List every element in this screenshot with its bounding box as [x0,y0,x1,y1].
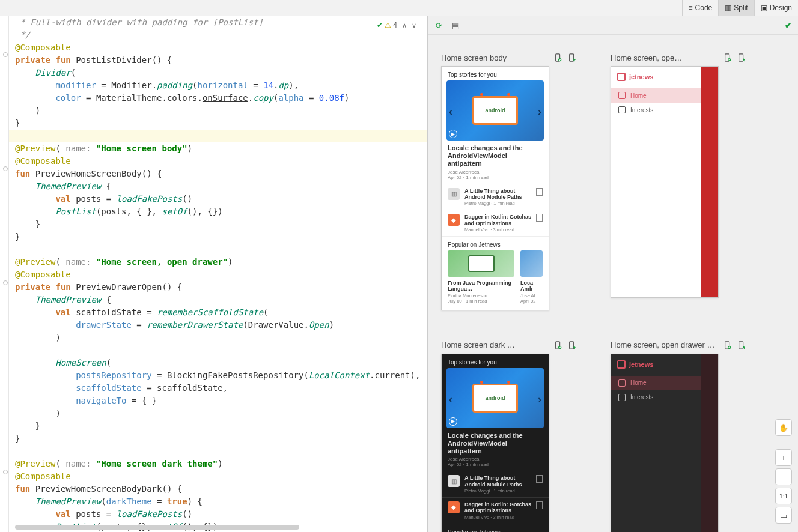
view-design-label: Design [770,4,792,12]
bookmark-icon[interactable] [536,188,543,196]
drawer-item-label: Interests [630,107,653,113]
article-thumb-icon: ◆ [448,214,460,226]
article-thumb-icon: ◆ [448,501,460,513]
article-row[interactable]: ◆Dagger in Kotlin: Gotchas and Optimizat… [442,497,549,524]
article-row[interactable]: ▥A Little Thing about Android Module Pat… [442,471,549,497]
pan-tool-button[interactable]: ✋ [775,419,792,436]
inspection-widget[interactable]: ✔︎ ⚠︎ 4 ∧ ∨ [374,20,419,31]
gutter[interactable] [0,16,9,532]
editor-view-toolbar: ≡ Code ▥ Split ▣ Design [0,0,798,16]
view-design-button[interactable]: ▣ Design [754,0,798,16]
refresh-icon[interactable]: ⟳ [434,20,443,30]
navigation-drawer: jetnewsHomeInterests [611,354,701,532]
svg-rect-5 [739,54,743,61]
drawer-header: jetnews [611,354,701,376]
zoom-controls: + − 1:1 ▭ [775,449,792,524]
next-highlight-button[interactable]: ∨ [412,22,416,29]
interactive-preview-icon[interactable] [737,53,746,62]
deploy-to-device-icon[interactable] [723,53,733,62]
article-meta: Pietro Maggi · 1 min read [464,488,531,494]
preview-surface[interactable]: jetnewsHomeInterests [611,66,719,298]
hero-image[interactable]: ‹android›▶ [446,80,544,141]
drawer-item-home[interactable]: Home [611,88,701,103]
code-editor[interactable]: ✔︎ ⚠︎ 4 ∧ ∨ * Full-width divider with pa… [9,16,428,532]
bookmark-icon[interactable] [536,475,543,483]
fold-marker-icon[interactable] [3,280,8,285]
popular-card[interactable]: From Java Programming Langua…Florina Mun… [448,250,514,304]
zoom-in-button[interactable]: + [775,449,792,466]
article-thumb-icon: ▥ [448,475,460,487]
preview-surface[interactable]: jetnewsHomeInterests [611,354,719,532]
zoom-out-button[interactable]: − [775,468,792,485]
view-code-label: Code [695,4,713,12]
zoom-actual-button[interactable]: ▭ [775,507,792,524]
list-icon [618,106,626,113]
article-row[interactable]: ◆Dagger in Kotlin: Gotchas and Optimizat… [442,210,549,236]
code-content[interactable]: * Full-width divider with padding for [P… [9,16,427,532]
popular-title: From Java Programming Langua… [448,277,514,292]
play-icon[interactable]: ▶ [449,417,457,426]
app-name: jetnews [629,73,653,80]
bookmark-icon[interactable] [536,214,543,222]
drawer-item-home[interactable]: Home [611,376,701,390]
preview-surface[interactable]: Top stories for you‹android›▶Locale chan… [441,354,549,532]
preview-header: Home screen body [441,53,577,62]
fit-label: 1:1 [779,493,788,500]
section-heading: Popular on Jetnews [442,524,549,532]
inspection-warning-count[interactable]: ✔︎ ⚠︎ 4 [377,21,397,29]
plus-icon: + [781,453,786,462]
preview-title: Home screen, ope… [611,53,719,62]
deploy-to-device-icon[interactable] [553,53,563,62]
app-logo-icon [617,360,626,369]
drawer-item-interests[interactable]: Interests [611,390,701,405]
view-code-button[interactable]: ≡ Code [682,0,719,16]
preview-surface[interactable]: Top stories for you‹android›▶Locale chan… [441,66,549,310]
article-meta: Pietro Maggi · 1 min read [464,201,531,206]
view-split-label: Split [734,4,748,12]
hero-title: Locale changes and the AndroidViewModel … [442,428,549,456]
home-icon [618,92,626,99]
preview-header: Home screen, ope… [611,53,746,62]
list-icon: ≡ [689,4,693,12]
content-scrim[interactable] [701,354,718,532]
check-icon: ✔︎ [377,21,383,29]
hero-image[interactable]: ‹android›▶ [446,368,544,428]
svg-rect-2 [570,54,574,61]
preview-item: Home screen dark …Top stories for you‹an… [441,340,577,532]
settings-icon[interactable]: ▤ [451,20,460,30]
chevron-right-icon: › [538,393,541,406]
frame-icon: ▭ [780,511,787,520]
popular-meta: Florina MuntenescuJuly 09 · 1 min read [448,293,514,304]
hero-title: Locale changes and the AndroidViewModel … [442,141,549,168]
preview-title: Home screen body [441,53,549,62]
zoom-fit-button[interactable]: 1:1 [775,488,792,504]
view-split-button[interactable]: ▥ Split [718,0,754,16]
section-heading: Top stories for you [442,354,549,368]
fold-marker-icon[interactable] [3,470,8,474]
interactive-preview-icon[interactable] [737,340,746,350]
prev-highlight-button[interactable]: ∧ [402,22,407,29]
deploy-to-device-icon[interactable] [553,340,563,350]
preview-item: Home screen bodyTop stories for you‹andr… [441,53,577,310]
home-icon [618,379,626,387]
android-logo-icon: android [472,384,518,413]
popular-card[interactable]: LocaAndrJose AlApril 02 [520,250,543,304]
drawer-item-label: Home [630,379,647,386]
horizontal-scrollbar[interactable] [15,525,421,530]
fold-marker-icon[interactable] [3,52,8,57]
interactive-preview-icon[interactable] [567,53,577,62]
section-heading: Top stories for you [442,67,549,80]
hero-meta: Jose AlcérrecaApr 02 · 1 min read [442,168,549,184]
content-scrim[interactable] [701,67,718,297]
drawer-item-interests[interactable]: Interests [611,103,701,117]
fold-marker-icon[interactable] [3,166,8,171]
bookmark-icon[interactable] [536,501,543,509]
article-row[interactable]: ▥A Little Thing about Android Module Pat… [442,184,549,210]
app-name: jetnews [629,361,653,368]
article-meta: Manuel Vivo · 3 min read [464,515,531,520]
play-icon[interactable]: ▶ [449,130,457,138]
minus-icon: − [781,473,786,482]
preview-canvas[interactable]: Home screen bodyTop stories for you‹andr… [428,35,798,532]
deploy-to-device-icon[interactable] [723,340,733,350]
interactive-preview-icon[interactable] [567,340,577,350]
